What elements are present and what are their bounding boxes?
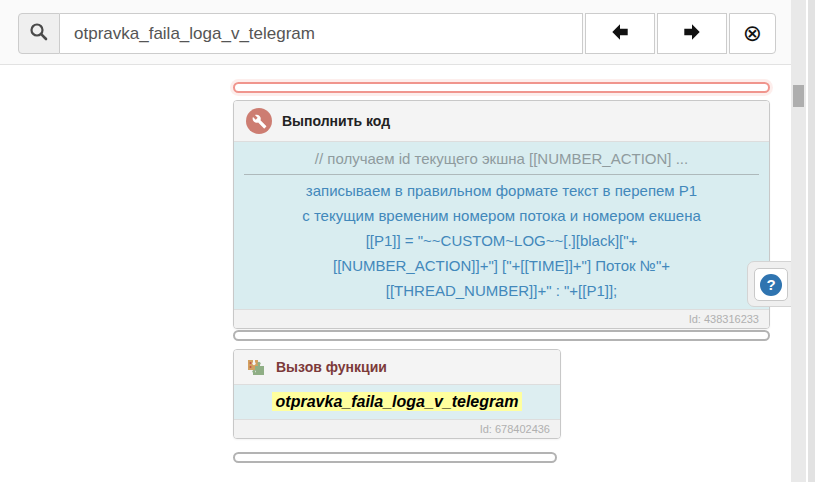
question-mark-icon: ? [760,274,782,296]
drop-target[interactable] [233,330,770,341]
search-group: ⊗ [18,13,776,54]
code-divider [244,174,759,175]
help-button[interactable]: ? [754,268,788,301]
find-next-button[interactable] [657,13,727,54]
drop-indicator-active[interactable] [233,82,770,93]
code-line: с текущим временим номером потока и номе… [244,203,759,228]
code-comment-line: // получаем id текущего экшна [[NUMBER_A… [244,146,759,171]
code-line: [[NUMBER_ACTION]]+"] ["+[[TIME]]+"] Пото… [244,253,759,278]
search-input[interactable] [60,13,583,54]
function-call-body: otpravka_faila_loga_v_telegram [234,385,560,419]
function-name: otpravka_faila_loga_v_telegram [272,392,523,411]
function-call-header[interactable]: Вызов функции [234,350,560,385]
find-previous-button[interactable] [585,13,655,54]
function-call-title: Вызов функции [276,359,387,375]
scrollbar-thumb[interactable] [793,85,804,107]
search-toolbar: ⊗ [0,0,791,65]
arrow-right-icon [681,21,703,47]
drop-target[interactable] [233,452,557,463]
arrow-left-icon [609,21,631,47]
close-search-button[interactable]: ⊗ [729,13,776,54]
code-preview: // получаем id текущего экшна [[NUMBER_A… [234,142,769,309]
window-edge-strip [808,0,815,482]
function-call-id-label: Id: 678402436 [234,419,560,438]
action-card-function-call[interactable]: Вызов функции otpravka_faila_loga_v_tele… [233,349,561,439]
vertical-scrollbar[interactable] [791,0,806,482]
code-line: [[P1]] = "~~CUSTOM~LOG~~[.][black]["+ [244,228,759,253]
search-icon [28,21,50,47]
circled-x-icon: ⊗ [743,22,762,45]
code-line: [[THREAD_NUMBER]]+" : "+[[P1]]; [244,278,759,303]
code-line: записываем в правильном формате текст в … [244,178,759,203]
execute-code-header[interactable]: Выполнить код [234,101,769,142]
puzzle-icon [246,357,266,377]
execute-code-title: Выполнить код [282,113,390,129]
execute-code-id-label: Id: 438316233 [234,309,769,328]
wrench-icon [246,108,272,134]
search-button[interactable] [18,13,60,54]
action-card-execute-code[interactable]: Выполнить код // получаем id текущего эк… [233,100,770,329]
